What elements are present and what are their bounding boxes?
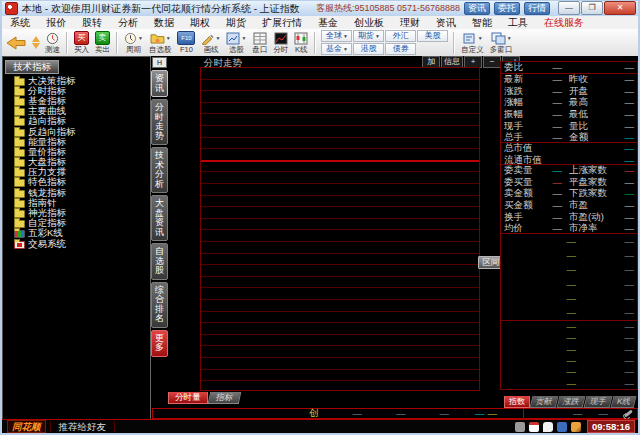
view-tab[interactable]: 技术分析 [151,147,168,193]
sell-button[interactable]: 卖 卖出 [92,31,113,54]
view-tab[interactable]: 综合排名 [151,282,168,328]
stock-screener-button[interactable]: ▼ 选股 [223,31,249,54]
market-funds-button[interactable]: 基金▼ [321,43,352,55]
depth-row: — — [501,332,637,343]
back-button[interactable] [2,36,30,50]
intraday-chart-button[interactable]: 分时 [270,31,291,54]
indicator-tab[interactable]: 指标 [207,392,241,404]
folder-icon [14,241,25,249]
depth-row: — — [501,366,637,377]
chat-bubble-icon[interactable] [543,422,553,432]
quote-row: 现手 — 量比 — [501,120,637,132]
quote-panel-tab[interactable]: 指数 [504,396,530,408]
menu-item[interactable]: 基金 [310,16,346,29]
quote-row: 涨跌 — 开盘 — [501,86,637,98]
market-global-button[interactable]: 全球▼ [321,30,352,42]
buy-button[interactable]: 买 买入 [71,31,92,54]
weicha-value: — [562,62,634,73]
info-bar-right: — — [573,408,633,419]
folder-icon [14,139,25,147]
menu-item[interactable]: 理财 [392,16,428,29]
sell-icon: 卖 [95,31,110,45]
market-hk-button[interactable]: 港股 [353,43,384,55]
chevron-down-icon: ▼ [138,36,143,41]
up-arrow-icon[interactable] [32,36,40,42]
watchlist-button[interactable]: ▼ 自选股 [146,31,175,54]
market-forex-button[interactable]: 外汇 [385,30,416,42]
app-icon [5,2,18,15]
quote-panel-tab[interactable]: K线 [611,396,637,408]
market-us-button[interactable]: 美股 [417,30,448,42]
toolbar-separator [314,32,316,54]
chevron-down-icon: ▼ [507,36,512,41]
view-tabs: 资讯分时走势技术分析大盘资讯自选股综合排名更多 [151,70,168,357]
share-with-friends-link[interactable]: 推荐给好友 [50,421,116,432]
order-book-button[interactable]: 盘口 [249,31,270,54]
maximize-button[interactable]: ❐ [581,1,603,15]
folder-icon [14,230,25,238]
draw-line-button[interactable]: ▼ 画线 [198,31,223,54]
sidebar-item[interactable]: 交易系统 [14,239,150,249]
quotes-button[interactable]: 行情 [524,2,550,15]
menu-item[interactable]: 报价 [38,16,74,29]
status-bar: 同花顺 推荐给好友 09:58:16 [2,419,638,433]
depth-row: — — [501,355,637,366]
view-tab[interactable]: 更多 [151,330,168,357]
menu-item[interactable]: 数据 [146,16,182,29]
folder-icon [14,210,25,218]
multi-window-icon [491,32,506,45]
forum-icon[interactable] [557,422,567,432]
signal-icon[interactable] [571,422,581,432]
view-tab[interactable]: 资讯 [151,70,168,97]
chevron-down-icon: ▼ [241,36,246,41]
menu-item[interactable]: 分析 [110,16,146,29]
minimize-button[interactable]: — [558,1,580,15]
news-button[interactable]: 资讯 [464,2,490,15]
multi-window-button[interactable]: ▼ 多窗口 [487,31,516,54]
intraday-chart[interactable] [200,67,480,391]
depth-row: — — [501,307,637,318]
ths-logo[interactable]: 同花顺 [7,420,46,433]
order-button[interactable]: 委托 [494,2,520,15]
calendar-icon[interactable] [529,422,539,432]
titlebar[interactable]: 本地 - 欢迎使用川财证券新一代同花顺行情分析系统 - 上证指数 客服热线:95… [2,1,638,16]
volume-tab[interactable]: 分时量 [168,392,208,404]
menu-item[interactable]: 在线服务 [536,16,592,29]
customize-button[interactable]: ▼ 自定义 [458,31,487,54]
market-bonds-button[interactable]: 债券 [385,43,416,55]
market-futures-button[interactable]: 期货▼ [353,30,384,42]
menu-item[interactable]: 智能 [464,16,500,29]
quote-panel-tab[interactable]: 现手 [584,396,613,408]
view-tab[interactable]: 分时走势 [151,99,168,145]
quote-panel-tab[interactable]: 涨跌 [557,396,586,408]
menu-item[interactable]: 期权 [182,16,218,29]
menu-item[interactable]: 系统 [2,16,38,29]
down-arrow-icon[interactable] [32,43,40,49]
menu-item[interactable]: 工具 [500,16,536,29]
speed-test-button[interactable]: 测速 [42,31,63,54]
menu-item[interactable]: 资讯 [428,16,464,29]
menu-item[interactable]: 股转 [74,16,110,29]
chevron-down-icon: ▼ [478,36,483,41]
page-arrows [30,36,42,49]
view-tab[interactable]: 大盘资讯 [151,195,168,241]
period-button[interactable]: ▼ 周期 [121,31,146,54]
indicator-sidebar: 技术指标 大决策指标 分时指标 基金指标 [2,56,151,419]
kline-chart-button[interactable]: K线 [291,31,311,54]
quote-row: 委卖量 — 上涨家数 — [501,165,637,177]
f10-button[interactable]: F10 F10 [174,31,198,54]
menu-item[interactable]: 创业板 [346,16,392,29]
f10-icon: F10 [177,31,195,45]
wrench-icon[interactable] [624,409,633,417]
menu-item[interactable]: 扩展行情 [254,16,310,29]
zoom-out-button[interactable]: − [483,56,501,68]
menu-item[interactable]: 期货 [218,16,254,29]
quote-row: 总市值 — [501,143,637,155]
view-tab[interactable]: 自选股 [151,243,168,280]
folder-icon [14,220,25,228]
quote-panel-tab[interactable]: 贡献 [530,396,559,408]
close-button[interactable]: ✕ [604,1,636,15]
depth-row: — — [501,264,637,275]
toolbar-separator [116,32,118,54]
message-icon[interactable] [515,422,525,432]
